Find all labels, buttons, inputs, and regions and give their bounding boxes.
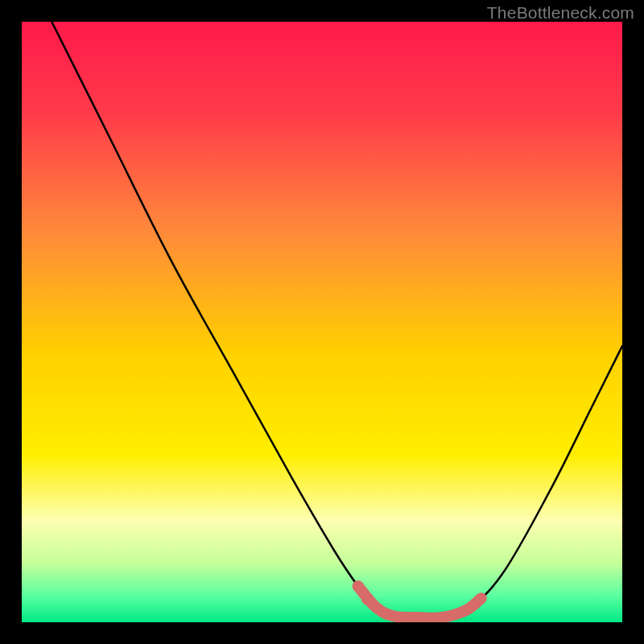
chart-frame: TheBottleneck.com <box>0 0 644 644</box>
highlight-dot <box>361 594 373 605</box>
highlight-dot <box>353 580 364 592</box>
background-gradient <box>22 22 622 622</box>
plot-area <box>22 22 622 622</box>
svg-rect-0 <box>22 22 622 622</box>
watermark-text: TheBottleneck.com <box>487 3 634 23</box>
